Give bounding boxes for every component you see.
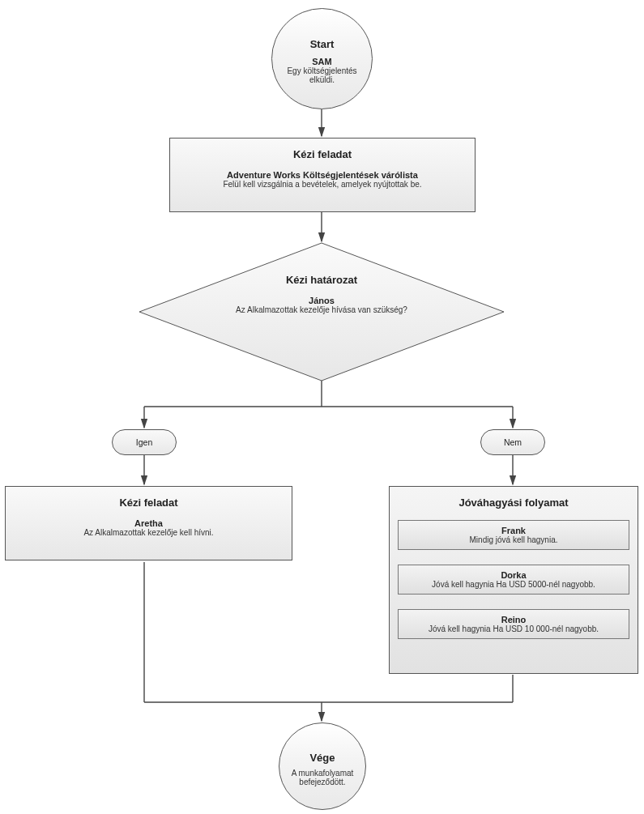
approval-step-3-desc: Jóvá kell hagynia Ha USD 10 000-nél nagy…	[403, 624, 624, 633]
flowchart-arrows	[0, 0, 644, 814]
branch-no-label: Nem	[504, 437, 522, 447]
task1-node: Kézi feladat Adventure Works Költségjele…	[169, 138, 476, 212]
task1-desc: Felül kell vizsgálnia a bevételek, amely…	[173, 180, 471, 189]
approval-container: Jóváhagyási folyamat Frank Mindig jóvá k…	[389, 486, 638, 674]
approval-step-2-actor: Dorka	[403, 570, 624, 580]
decision-title: Kézi határozat	[192, 274, 451, 288]
task2-node: Kézi feladat Aretha Az Alkalmazottak kez…	[5, 486, 292, 560]
decision-node: Kézi határozat János Az Alkalmazottak ke…	[192, 274, 451, 347]
end-node: Vége A munkafolyamat befejeződött.	[279, 722, 366, 810]
task2-desc: Az Alkalmazottak kezelője kell hívni.	[9, 528, 288, 537]
task1-title: Kézi feladat	[173, 143, 471, 162]
approval-step-2-desc: Jóvá kell hagynia Ha USD 5000-nél nagyob…	[403, 580, 624, 589]
approval-step-1: Frank Mindig jóvá kell hagynia.	[398, 520, 629, 550]
branch-no: Nem	[480, 429, 545, 455]
approval-title: Jóváhagyási folyamat	[398, 492, 629, 510]
task2-actor: Aretha	[9, 518, 288, 528]
end-desc: A munkafolyamat befejeződött.	[279, 769, 365, 786]
branch-yes-label: Igen	[136, 437, 152, 447]
approval-step-1-desc: Mindig jóvá kell hagynia.	[403, 535, 624, 544]
decision-desc: Az Alkalmazottak kezelője hívása van szü…	[192, 305, 451, 314]
approval-step-3: Reino Jóvá kell hagynia Ha USD 10 000-né…	[398, 609, 629, 639]
start-desc: Egy költségjelentés elküldi.	[272, 66, 372, 84]
end-title: Vége	[279, 747, 365, 765]
start-title: Start	[272, 33, 372, 52]
branch-yes: Igen	[112, 429, 177, 455]
start-actor: SAM	[272, 57, 372, 66]
approval-step-3-actor: Reino	[403, 615, 624, 624]
start-node: Start SAM Egy költségjelentés elküldi.	[271, 8, 373, 109]
decision-actor: János	[192, 296, 451, 305]
task2-title: Kézi feladat	[9, 492, 288, 510]
approval-step-2: Dorka Jóvá kell hagynia Ha USD 5000-nél …	[398, 565, 629, 595]
task1-actor: Adventure Works Költségjelentések váróli…	[173, 170, 471, 180]
approval-step-1-actor: Frank	[403, 526, 624, 535]
